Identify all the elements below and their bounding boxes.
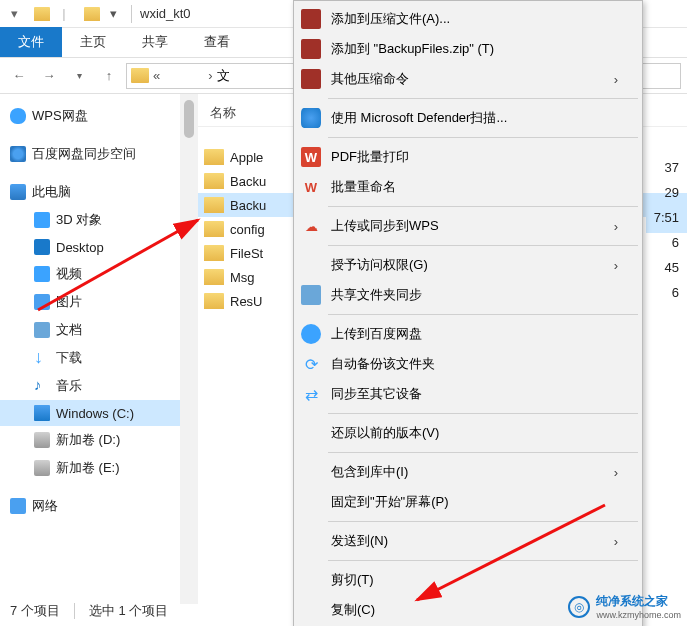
- nav-documents[interactable]: 文档: [0, 316, 180, 344]
- ctx-other-compress[interactable]: 其他压缩命令›: [296, 64, 640, 94]
- baidu-icon: [10, 146, 26, 162]
- scrollbar-thumb[interactable]: [184, 100, 194, 138]
- watermark-text: 纯净系统之家: [596, 593, 681, 610]
- menu-separator: [328, 560, 638, 561]
- nav-3d-objects[interactable]: 3D 对象: [0, 206, 180, 234]
- nav-recent-button[interactable]: ▾: [66, 63, 92, 89]
- breadcrumb-segment[interactable]: 文: [217, 67, 230, 85]
- menu-separator: [328, 521, 638, 522]
- file-name: Backu: [230, 174, 266, 189]
- cloud-up-icon: ☁: [301, 216, 321, 236]
- menu-separator: [328, 245, 638, 246]
- ctx-share-folder-sync[interactable]: 共享文件夹同步: [296, 280, 640, 310]
- ctx-send-to[interactable]: 发送到(N)›: [296, 526, 640, 556]
- windows-icon: [34, 405, 50, 421]
- picture-icon: [34, 294, 50, 310]
- file-name: ResU: [230, 294, 263, 309]
- nav-desktop[interactable]: Desktop: [0, 234, 180, 260]
- ctx-pin-start[interactable]: 固定到"开始"屏幕(P): [296, 487, 640, 517]
- nav-label: Desktop: [56, 240, 104, 255]
- ctx-auto-backup[interactable]: ⟳自动备份该文件夹: [296, 349, 640, 379]
- nav-label: 3D 对象: [56, 211, 102, 229]
- nav-volume-d[interactable]: 新加卷 (D:): [0, 426, 180, 454]
- nav-forward-button[interactable]: →: [36, 63, 62, 89]
- nav-music[interactable]: ♪ 音乐: [0, 372, 180, 400]
- nav-videos[interactable]: 视频: [0, 260, 180, 288]
- nav-baidu-sync[interactable]: 百度网盘同步空间: [0, 140, 180, 168]
- nav-down-icon[interactable]: ▾: [4, 4, 24, 24]
- chevron-right-icon: ›: [614, 534, 618, 549]
- ctx-pdf-batch-print[interactable]: WPDF批量打印: [296, 142, 640, 172]
- nav-wps-cloud[interactable]: WPS网盘: [0, 102, 180, 130]
- network-icon: [10, 498, 26, 514]
- watermark: ◎ 纯净系统之家 www.kzmyhome.com: [568, 593, 681, 620]
- ctx-add-backupfiles-zip[interactable]: 添加到 "BackupFiles.zip" (T): [296, 34, 640, 64]
- blank-icon: [301, 462, 321, 482]
- ctx-restore-versions[interactable]: 还原以前的版本(V): [296, 418, 640, 448]
- nav-downloads[interactable]: ↓ 下载: [0, 344, 180, 372]
- ctx-upload-baidu[interactable]: 上传到百度网盘: [296, 319, 640, 349]
- date-cell: 6: [646, 283, 687, 308]
- ctx-add-archive[interactable]: 添加到压缩文件(A)...: [296, 4, 640, 34]
- nav-volume-e[interactable]: 新加卷 (E:): [0, 454, 180, 482]
- ctx-sync-devices[interactable]: ⇄同步至其它设备: [296, 379, 640, 409]
- ctx-give-access[interactable]: 授予访问权限(G)›: [296, 250, 640, 280]
- date-cell: 6: [646, 233, 687, 258]
- folder-icon: [204, 149, 224, 165]
- tab-home[interactable]: 主页: [62, 27, 124, 57]
- wps-icon: W: [301, 147, 321, 167]
- folder-icon: [204, 245, 224, 261]
- menu-separator: [328, 206, 638, 207]
- chevron-right-icon[interactable]: «: [153, 68, 160, 83]
- nav-label: 图片: [56, 293, 82, 311]
- context-menu: 添加到压缩文件(A)... 添加到 "BackupFiles.zip" (T) …: [293, 0, 643, 626]
- folder-icon: [204, 293, 224, 309]
- date-cell: 29: [646, 183, 687, 208]
- drive-icon: [34, 432, 50, 448]
- status-bar: 7 个项目 选中 1 个项目: [10, 602, 168, 620]
- nav-label: 网络: [32, 497, 58, 515]
- tab-view[interactable]: 查看: [186, 27, 248, 57]
- file-name: Msg: [230, 270, 255, 285]
- ctx-include-library[interactable]: 包含到库中(I)›: [296, 457, 640, 487]
- baidu-icon: [301, 324, 321, 344]
- folder-icon: [204, 173, 224, 189]
- blank-icon: [301, 423, 321, 443]
- ctx-cut[interactable]: 剪切(T): [296, 565, 640, 595]
- status-item-count: 7 个项目: [10, 602, 60, 620]
- nav-label: 新加卷 (D:): [56, 431, 120, 449]
- nav-up-button[interactable]: ↑: [96, 63, 122, 89]
- menu-separator: [328, 413, 638, 414]
- blank-icon: [301, 531, 321, 551]
- blank-icon: [301, 600, 321, 620]
- qat-dropdown[interactable]: ▾: [110, 6, 117, 21]
- nav-pictures[interactable]: 图片: [0, 288, 180, 316]
- nav-back-button[interactable]: ←: [6, 63, 32, 89]
- nav-label: Windows (C:): [56, 406, 134, 421]
- folder-icon: [34, 7, 50, 21]
- folder-icon: [131, 68, 149, 83]
- chevron-right-icon[interactable]: ›: [208, 68, 212, 83]
- video-icon: [34, 266, 50, 282]
- tab-share[interactable]: 共享: [124, 27, 186, 57]
- qat-sep: |: [54, 4, 74, 24]
- chevron-right-icon: ›: [614, 72, 618, 87]
- navpane-scrollbar[interactable]: [180, 94, 198, 604]
- nav-network[interactable]: 网络: [0, 492, 180, 520]
- download-icon: ↓: [34, 350, 50, 366]
- desktop-icon: [34, 239, 50, 255]
- ctx-upload-wps[interactable]: ☁上传或同步到WPS›: [296, 211, 640, 241]
- date-column-partial: 37 29 7:51 6 45 6: [646, 158, 687, 308]
- tab-file[interactable]: 文件: [0, 27, 62, 57]
- archive-icon: [301, 39, 321, 59]
- nav-thispc[interactable]: 此电脑: [0, 178, 180, 206]
- date-cell: 37: [646, 158, 687, 183]
- folder-icon: [204, 269, 224, 285]
- share-icon: [301, 285, 321, 305]
- cloud-icon: [10, 108, 26, 124]
- nav-windows-c[interactable]: Windows (C:): [0, 400, 180, 426]
- nav-label: 新加卷 (E:): [56, 459, 120, 477]
- blank-icon: [301, 570, 321, 590]
- ctx-defender-scan[interactable]: 使用 Microsoft Defender扫描...: [296, 103, 640, 133]
- ctx-batch-rename[interactable]: W批量重命名: [296, 172, 640, 202]
